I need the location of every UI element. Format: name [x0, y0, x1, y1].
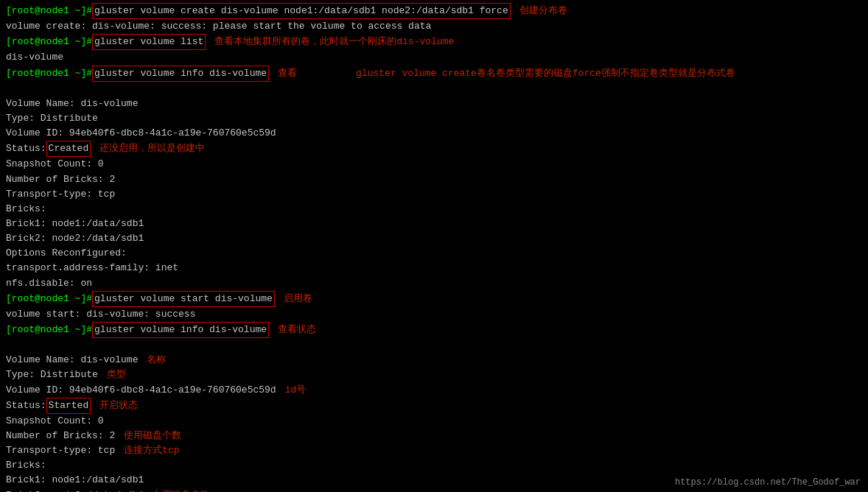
- status-created-badge: Created: [46, 141, 91, 157]
- blank-2: [6, 338, 862, 353]
- line-vname2: Volume Name: dis-volume 名称: [6, 353, 862, 368]
- output-opts1: Options Reconfigured:: [6, 246, 127, 261]
- line-vid2: Volume ID: 94eb40f6-dbc8-4a1c-a19e-76076…: [6, 383, 862, 398]
- output-vid: Volume ID: 94eb40f6-dbc8-4a1c-a19e-76076…: [6, 126, 276, 141]
- output-vname2: Volume Name: dis-volume: [6, 353, 138, 368]
- prompt-5: [root@node1 ~]#: [6, 66, 92, 81]
- line-taf1: transport.address-family: inet: [6, 261, 862, 275]
- line-bricks1: Number of Bricks: 2: [6, 172, 862, 187]
- annotation-info2: 查看状态: [278, 323, 316, 337]
- line-transport1: Transport-type: tcp: [6, 187, 862, 202]
- cmd-5: gluster volume info dis-volume: [92, 66, 269, 82]
- line-brick2-2: Brick2: node2:/data/sdb1 占用磁盘名称: [6, 488, 862, 493]
- annotation-vname2: 名称: [147, 353, 166, 368]
- line-start: [root@node1 ~]# gluster volume start dis…: [6, 291, 862, 307]
- blank-1: [6, 82, 862, 96]
- line-brick1-1: Brick1: node1:/data/sdb1: [6, 217, 862, 231]
- cmd-info2: gluster volume info dis-volume: [92, 322, 269, 338]
- line-start-success: volume start: dis-volume: success: [6, 307, 862, 322]
- line-5: [root@node1 ~]# gluster volume info dis-…: [6, 66, 862, 82]
- output-brick2-2: Brick2: node2:/data/sdb1: [6, 488, 144, 493]
- output-2: volume create: dis-volume: success: plea…: [6, 19, 431, 34]
- annotation-type2: 类型: [107, 368, 126, 382]
- annotation-start: 启用卷: [284, 292, 312, 306]
- annotation-bricks2: 使用磁盘个数: [124, 429, 181, 443]
- annotation-created: 还没启用，所以是创建中: [99, 141, 205, 156]
- output-nfs1: nfs.disable: on: [6, 276, 92, 291]
- output-brickslabel1: Bricks:: [6, 202, 46, 217]
- output-start-success: volume start: dis-volume: success: [6, 307, 195, 322]
- prompt-info2: [root@node1 ~]#: [6, 323, 92, 337]
- url-label: https://blog.csdn.net/The_Godof_war: [675, 477, 861, 488]
- status-prefix-1: Status:: [6, 141, 46, 156]
- line-3: [root@node1 ~]# gluster volume list 查看本地…: [6, 34, 862, 50]
- output-vid2: Volume ID: 94eb40f6-dbc8-4a1c-a19e-76076…: [6, 383, 276, 398]
- output-type: Type: Distribute: [6, 111, 98, 126]
- prompt-3: [root@node1 ~]#: [6, 35, 92, 49]
- output-brick1-2: Brick1: node1:/data/sdb1: [6, 473, 144, 488]
- line-info2: [root@node1 ~]# gluster volume info dis-…: [6, 322, 862, 338]
- output-transport1: Transport-type: tcp: [6, 187, 115, 202]
- terminal: [root@node1 ~]# gluster volume create di…: [0, 0, 868, 492]
- output-brick1-1: Brick1: node1:/data/sdb1: [6, 217, 144, 231]
- line-snap2: Snapshot Count: 0: [6, 414, 862, 429]
- output-transport2: Transport-type: tcp: [6, 443, 115, 458]
- status-started-badge: Started: [46, 398, 91, 414]
- annotation-5b: gluster volume create卷名卷类型需要的磁盘force强制不指…: [356, 66, 735, 81]
- annotation-transport2: 连接方式tcp: [124, 443, 179, 458]
- cmd-start: gluster volume start dis-volume: [92, 291, 275, 307]
- annotation-started: 开启状态: [99, 398, 138, 413]
- line-vid: Volume ID: 94eb40f6-dbc8-4a1c-a19e-76076…: [6, 126, 862, 141]
- output-4: dis-volume: [6, 50, 63, 65]
- output-taf1: transport.address-family: inet: [6, 261, 178, 275]
- line-brickslabel1: Bricks:: [6, 202, 862, 217]
- prompt-start: [root@node1 ~]#: [6, 292, 92, 306]
- cmd-1: gluster volume create dis-volume node1:/…: [92, 3, 511, 19]
- prompt-1: [root@node1 ~]#: [6, 4, 92, 18]
- line-bricks2: Number of Bricks: 2 使用磁盘个数: [6, 429, 862, 443]
- line-status-started: Status: Started 开启状态: [6, 398, 862, 414]
- line-snap1: Snapshot Count: 0: [6, 157, 862, 172]
- line-brickslabel2: Bricks:: [6, 458, 862, 473]
- output-snap2: Snapshot Count: 0: [6, 414, 104, 429]
- annotation-5: 查看: [278, 66, 297, 81]
- annotation-3: 查看本地集群所有的卷，此时就一个刚床的dis-volume: [214, 35, 454, 49]
- output-type2: Type: Distribute: [6, 368, 98, 382]
- line-opts1: Options Reconfigured:: [6, 246, 862, 261]
- output-brick2-1: Brick2: node2:/data/sdb1: [6, 231, 144, 246]
- output-snap1: Snapshot Count: 0: [6, 157, 104, 172]
- annotation-vid2: id号: [285, 383, 307, 398]
- line-transport2: Transport-type: tcp 连接方式tcp: [6, 443, 862, 458]
- output-bricks1: Number of Bricks: 2: [6, 172, 115, 187]
- line-vname: Volume Name: dis-volume: [6, 96, 862, 111]
- output-vname: Volume Name: dis-volume: [6, 96, 138, 111]
- line-4: dis-volume: [6, 50, 862, 65]
- line-brick2-1: Brick2: node2:/data/sdb1: [6, 231, 862, 246]
- cmd-3: gluster volume list: [92, 34, 206, 50]
- line-type: Type: Distribute: [6, 111, 862, 126]
- annotation-brick2-2: 占用磁盘名称: [153, 488, 210, 493]
- status-prefix-2: Status:: [6, 398, 46, 413]
- output-bricks2: Number of Bricks: 2: [6, 429, 115, 443]
- line-nfs1: nfs.disable: on: [6, 276, 862, 291]
- output-brickslabel2: Bricks:: [6, 458, 46, 473]
- line-status-created: Status: Created 还没启用，所以是创建中: [6, 141, 862, 157]
- annotation-1: 创建分布卷: [519, 4, 567, 18]
- line-type2: Type: Distribute 类型: [6, 368, 862, 382]
- line-1: [root@node1 ~]# gluster volume create di…: [6, 3, 862, 19]
- line-2: volume create: dis-volume: success: plea…: [6, 19, 862, 34]
